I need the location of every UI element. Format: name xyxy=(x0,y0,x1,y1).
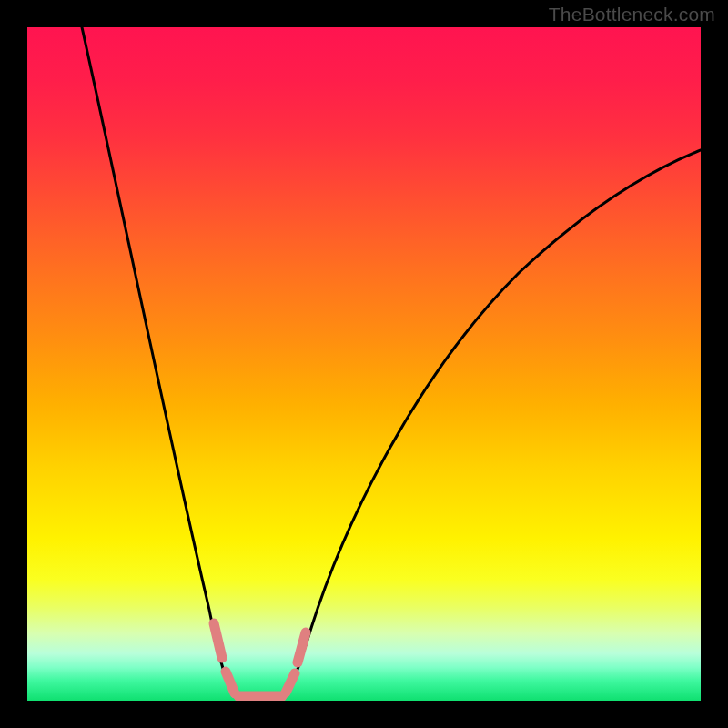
marker-seg-1 xyxy=(214,623,222,658)
marker-seg-4 xyxy=(286,673,295,693)
watermark-text: TheBottleneck.com xyxy=(549,4,715,25)
v-curve xyxy=(82,27,701,700)
plot-area xyxy=(27,27,701,701)
marker-segments xyxy=(214,623,306,696)
curve-layer xyxy=(27,27,701,701)
chart-frame: TheBottleneck.com xyxy=(0,0,728,728)
marker-seg-2 xyxy=(226,672,235,693)
marker-seg-5 xyxy=(298,632,306,662)
